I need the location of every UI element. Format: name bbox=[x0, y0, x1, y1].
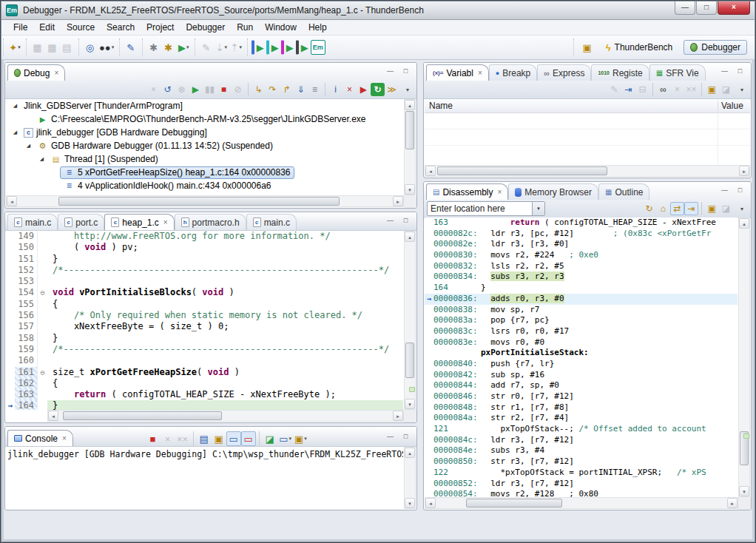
code-line[interactable]: 162 { bbox=[6, 378, 403, 389]
minimize-button[interactable]: — bbox=[675, 1, 695, 15]
new-debug-config-icon[interactable]: ✱ bbox=[146, 40, 161, 55]
remove-all-terminated-icon[interactable]: × bbox=[146, 83, 161, 96]
dropdown-arrow-icon[interactable]: ▾ bbox=[18, 44, 21, 50]
menu-window[interactable]: Window bbox=[259, 21, 303, 34]
tab-breakpoints[interactable]: ● Breakp bbox=[489, 64, 537, 81]
maximize-view-icon[interactable]: □ bbox=[399, 215, 413, 227]
console-output[interactable]: jlink_debugger [GDB Hardware Debugging] … bbox=[6, 447, 403, 509]
disassembly-line[interactable]: 00000830: movs r2, #224 ; 0xe0 bbox=[425, 250, 738, 261]
dropdown-arrow-icon[interactable]: ▾ bbox=[289, 436, 292, 442]
show-stdout-icon[interactable]: ▭ bbox=[226, 431, 241, 446]
disassembly-line[interactable]: 00000854: movs r2, #128 ; 0x80 bbox=[425, 489, 738, 497]
suspend-icon[interactable]: ▮▮ bbox=[203, 83, 217, 96]
variables-table[interactable] bbox=[425, 113, 750, 165]
maximize-view-icon[interactable]: □ bbox=[733, 66, 747, 78]
editor-vertical-scrollbar[interactable]: ▴ ▾ bbox=[404, 231, 416, 410]
tab-port.c[interactable]: c port.c bbox=[58, 214, 104, 230]
tree-expand-icon[interactable]: ◢ bbox=[10, 103, 20, 109]
fold-marker-icon[interactable] bbox=[37, 378, 47, 389]
watch-expression-icon[interactable]: ∞ bbox=[656, 83, 670, 96]
step-over-icon[interactable]: ↷ bbox=[266, 83, 280, 96]
fold-marker-icon[interactable]: ⊖ bbox=[37, 287, 47, 298]
scroll-up-icon[interactable]: ▴ bbox=[739, 218, 749, 229]
resume-icon[interactable]: ▶ bbox=[189, 83, 203, 96]
close-tab-icon[interactable]: × bbox=[163, 218, 168, 226]
code-line[interactable]: 153 bbox=[6, 276, 403, 287]
disassembly-line[interactable]: → 00000836: adds r0, r3, #0 bbox=[425, 294, 738, 305]
show-stderr-icon[interactable]: ▭ bbox=[241, 431, 256, 446]
remove-all-icon[interactable]: ×× bbox=[684, 83, 698, 96]
column-name[interactable]: Name bbox=[425, 101, 718, 111]
tab-disassembly[interactable]: ▤ Disassembly × bbox=[426, 183, 508, 200]
pin-view-icon[interactable]: ◪ bbox=[719, 83, 733, 96]
restart-icon[interactable]: ↺ bbox=[161, 83, 175, 96]
tab-portmacro.h[interactable]: h portmacro.h bbox=[175, 214, 246, 230]
disassembly-line[interactable]: 00000850: str r3, [r7, #12] bbox=[425, 456, 738, 468]
disconnect-icon[interactable]: ⊘ bbox=[231, 83, 245, 96]
fold-marker-icon[interactable] bbox=[37, 276, 47, 287]
step-return-icon[interactable]: ↱ bbox=[280, 83, 294, 96]
disassembly-line[interactable]: 00000852: ldr r3, [r7, #12] bbox=[425, 479, 738, 490]
save-icon[interactable]: ▦ bbox=[30, 40, 45, 55]
disassembly-line[interactable]: 00000844: add r7, sp, #0 bbox=[425, 380, 738, 391]
code-line[interactable]: 157 xNextFreeByte = ( size_t ) 0; bbox=[6, 321, 403, 332]
fold-marker-icon[interactable] bbox=[37, 254, 47, 265]
disassembly-listing[interactable]: 163 return ( configTOTAL_HEAP_SIZE - xNe… bbox=[425, 217, 738, 497]
debug-tree-row[interactable]: ◢ Jlink_GDBServer [ThunderArmProgram] bbox=[6, 99, 403, 112]
disassembly-vertical-scrollbar[interactable]: ▴ ▾ bbox=[738, 217, 750, 497]
remove-selected-icon[interactable]: × bbox=[670, 83, 684, 96]
dropdown-arrow-icon[interactable]: ▾ bbox=[112, 44, 115, 50]
pin-view-icon[interactable]: ◪ bbox=[719, 202, 733, 215]
code-line[interactable]: 154 ⊖ void vPortInitialiseBlocks( void ) bbox=[6, 287, 403, 298]
flash-program-1-icon[interactable]: ▶ bbox=[252, 40, 266, 55]
titlebar[interactable]: Em Debugger - FRDM_KL25Z_FreeRTOS/FreeRT… bbox=[1, 1, 755, 20]
scroll-thumb[interactable] bbox=[405, 343, 414, 378]
scroll-up-icon[interactable]: ▴ bbox=[405, 100, 415, 110]
code-editor[interactable]: 149 http://www.FreeRTOS.org for more inf… bbox=[6, 231, 403, 410]
minimize-view-icon[interactable]: — bbox=[383, 215, 397, 227]
code-line[interactable]: 163 return ( configTOTAL_HEAP_SIZE - xNe… bbox=[6, 389, 403, 400]
scroll-thumb[interactable] bbox=[437, 166, 607, 175]
thunderbench-em-icon[interactable]: Em bbox=[311, 40, 325, 55]
terminate-remove-icon[interactable]: × bbox=[342, 83, 357, 96]
scroll-left-icon[interactable]: ◂ bbox=[7, 196, 17, 206]
location-input[interactable] bbox=[428, 203, 528, 214]
tab-main.c[interactable]: c main.c bbox=[7, 214, 58, 230]
scroll-up-icon[interactable]: ▴ bbox=[405, 448, 415, 458]
code-line[interactable]: 161 ⊖ size_t xPortGetFreeHeapSize( void … bbox=[6, 367, 403, 378]
run-external-tools-icon[interactable]: ▶ ▾ bbox=[176, 40, 191, 55]
refresh-view-icon[interactable]: ↻ bbox=[642, 202, 656, 215]
disassembly-line[interactable]: 122 *pxTopOfStack = portINITIAL_XPSR; /*… bbox=[425, 468, 738, 479]
debug-tree-row[interactable]: ◢ c jlink_debugger [GDB Hardware Debuggi… bbox=[6, 126, 403, 139]
location-combo[interactable]: ▾ bbox=[427, 201, 545, 216]
tab-expressions[interactable]: ∞ Express bbox=[537, 64, 591, 81]
flash-program-3-icon[interactable]: ▶ bbox=[281, 40, 296, 55]
code-line[interactable]: 152 /*----------------------------------… bbox=[6, 265, 403, 276]
overview-annotation[interactable] bbox=[409, 387, 415, 392]
search-icon[interactable]: ●● ▾ bbox=[98, 40, 115, 55]
column-value[interactable]: Value bbox=[718, 101, 750, 111]
menu-file[interactable]: File bbox=[7, 21, 33, 34]
close-tab-icon[interactable]: × bbox=[478, 69, 482, 77]
maximize-button[interactable]: □ bbox=[696, 1, 717, 15]
open-perspective-icon[interactable]: ▣ bbox=[580, 40, 595, 55]
disassembly-line[interactable]: 0000083a: pop {r7, pc} bbox=[425, 315, 738, 326]
disassembly-line[interactable]: 0000082c: ldr r3, [pc, #12] ; (0x83c <xP… bbox=[425, 229, 738, 240]
scroll-right-icon[interactable]: ▸ bbox=[739, 166, 749, 176]
disassembly-line[interactable]: 0000084e: subs r3, #4 bbox=[425, 445, 738, 456]
terminate-relaunch-icon[interactable]: ▶ bbox=[357, 83, 371, 96]
scroll-down-icon[interactable]: ▾ bbox=[405, 498, 415, 508]
scroll-left-icon[interactable]: ◂ bbox=[425, 166, 436, 176]
tree-expand-icon[interactable]: ◢ bbox=[24, 143, 33, 149]
disassembly-line[interactable]: pxPortInitialiseStack: bbox=[425, 348, 738, 359]
debug-vertical-scrollbar[interactable]: ▴ ▾ bbox=[404, 99, 416, 195]
scroll-down-icon[interactable]: ▾ bbox=[405, 399, 415, 409]
code-line[interactable]: 151 } bbox=[6, 254, 403, 265]
next-annotation-icon[interactable]: ⇣ ▾ bbox=[214, 40, 229, 55]
scroll-lock-icon[interactable]: ▣ bbox=[212, 431, 226, 446]
menu-project[interactable]: Project bbox=[141, 21, 180, 34]
minimize-view-icon[interactable]: — bbox=[383, 66, 397, 78]
debug-tree-row[interactable]: ◢ ⚙ GDB Hardware Debugger (01.11.13 14:5… bbox=[6, 139, 403, 152]
show-type-names-icon[interactable]: ✎ bbox=[607, 83, 621, 96]
tab-console[interactable]: Console × bbox=[7, 430, 73, 446]
